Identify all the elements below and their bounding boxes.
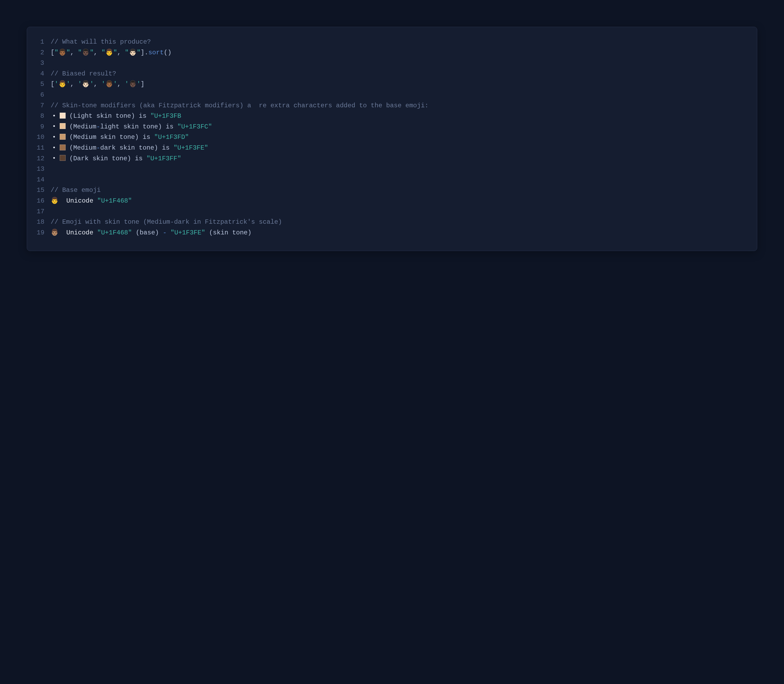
code-editor: 1// What will this produce?2["👨🏾", "👨🏿",… [27, 27, 757, 251]
line-number: 12 [37, 153, 51, 164]
token-punct [166, 229, 170, 236]
token-string: ' [125, 81, 129, 88]
skin-tone-swatch [60, 113, 66, 119]
token-plain: Unicode [59, 229, 97, 236]
token-dash: - [96, 123, 100, 130]
line-number: 14 [37, 174, 51, 185]
token-dash: - [96, 144, 100, 152]
token-punct: light skin tone) is [100, 123, 177, 130]
token-punct: , [94, 81, 102, 88]
line-number: 17 [37, 206, 51, 217]
code-line: 19👨🏽 Unicode "U+1F468" (base) - "U+1F3FE… [37, 227, 747, 238]
token-string: " [66, 49, 70, 56]
bullet-icon [53, 157, 55, 159]
token-punct: , [70, 81, 78, 88]
skin-tone-swatch [60, 134, 66, 140]
code-line: 12(Dark skin tone) is "U+1F3FF" [37, 153, 747, 164]
line-number: 16 [37, 196, 51, 206]
token-emoji: 👨🏿 [82, 47, 90, 58]
token-string: " [125, 49, 129, 56]
line-content: ['👨', '👨🏻', '👨🏾', '👨🏿'] [51, 79, 747, 90]
line-number: 3 [37, 58, 51, 68]
token-punct: (Medium [70, 144, 96, 152]
token-punct: (Light skin tone) is [70, 112, 150, 119]
token-punct: dark skin tone) is [100, 144, 173, 152]
code-line: 2["👨🏾", "👨🏿", "👨", "👨🏻"].sort() [37, 47, 747, 58]
token-string: "U+1F468" [97, 197, 132, 205]
token-emoji: 👨🏾 [105, 79, 113, 90]
line-content: (Medium-light skin tone) is "U+1F3FC" [51, 121, 747, 132]
line-content [51, 164, 747, 174]
token-method: sort [148, 49, 164, 56]
token-emoji: 👨 [58, 79, 66, 90]
line-content [51, 58, 747, 68]
code-line: 13 [37, 164, 747, 174]
code-line: 8(Light skin tone) is "U+1F3FB [37, 111, 747, 121]
skin-tone-swatch [60, 155, 66, 161]
token-punct: () [164, 49, 171, 56]
line-number: 9 [37, 121, 51, 132]
token-string: "U+1F3FD" [154, 134, 189, 141]
code-line: 3 [37, 58, 747, 68]
line-content [51, 174, 747, 185]
token-string: "U+1F3FB [150, 112, 181, 119]
token-string: " [54, 49, 58, 56]
line-content: // What will this produce? [51, 37, 747, 47]
line-number: 11 [37, 143, 51, 153]
line-number: 10 [37, 132, 51, 143]
code-line: 14 [37, 174, 747, 185]
code-line: 7// Skin-tone modifiers (aka Fitzpatrick… [37, 100, 747, 111]
line-content: (Medium skin tone) is "U+1F3FD" [51, 132, 747, 143]
line-content: 👨🏽 Unicode "U+1F468" (base) - "U+1F3FE" … [51, 227, 747, 238]
token-punct: [ [51, 49, 54, 56]
token-string: "U+1F3FE" [173, 144, 209, 152]
code-line: 6 [37, 90, 747, 100]
code-line: 18// Emoji with skin tone (Medium-dark i… [37, 217, 747, 227]
token-emoji: 👨🏾 [58, 47, 66, 58]
token-string: "U+1F3FE" [171, 229, 205, 236]
line-number: 18 [37, 217, 51, 227]
line-content: // Skin-tone modifiers (aka Fitzpatrick … [51, 100, 747, 111]
token-comment: // Skin-tone modifiers (aka Fitzpatrick … [51, 102, 428, 109]
token-string: "U+1F468" [97, 229, 132, 236]
token-punct: , [117, 49, 125, 56]
line-number: 5 [37, 79, 51, 90]
token-emoji: 👨🏽 [51, 227, 59, 238]
token-punct: ]. [141, 49, 148, 56]
token-string: ' [78, 81, 82, 88]
token-punct: (base) [132, 229, 163, 236]
code-line: 10(Medium skin tone) is "U+1F3FD" [37, 132, 747, 143]
line-content [51, 90, 747, 100]
token-comment: // Emoji with skin tone (Medium-dark in … [51, 218, 282, 226]
token-punct: (Medium skin tone) is [70, 134, 154, 141]
token-punct: (Dark skin tone) is [70, 155, 147, 162]
token-punct: [ [51, 81, 54, 88]
bullet-icon [53, 147, 55, 148]
bullet-icon [53, 115, 55, 116]
line-content: (Medium-dark skin tone) is "U+1F3FE" [51, 143, 747, 153]
token-punct: ] [141, 81, 144, 88]
token-string: ' [90, 81, 94, 88]
code-line: 1// What will this produce? [37, 37, 747, 47]
token-emoji: 👨🏿 [129, 79, 137, 90]
token-string: ' [137, 81, 141, 88]
line-number: 8 [37, 111, 51, 121]
token-string: " [78, 49, 82, 56]
line-number: 15 [37, 185, 51, 196]
skin-tone-swatch [60, 145, 66, 150]
line-number: 1 [37, 37, 51, 47]
bullet-icon [53, 136, 55, 137]
token-punct: , [70, 49, 78, 56]
token-comment: // Biased result? [51, 70, 116, 77]
token-string: " [137, 49, 141, 56]
line-number: 19 [37, 227, 51, 238]
token-string: ' [113, 81, 117, 88]
line-content: (Light skin tone) is "U+1F3FB [51, 111, 747, 121]
line-number: 4 [37, 68, 51, 79]
token-emoji: 👨 [105, 47, 113, 58]
line-content: // Biased result? [51, 68, 747, 79]
code-line: 5['👨', '👨🏻', '👨🏾', '👨🏿'] [37, 79, 747, 90]
token-string: ' [54, 81, 58, 88]
token-dash: - [163, 229, 166, 236]
token-comment: // Base emoji [51, 187, 101, 194]
